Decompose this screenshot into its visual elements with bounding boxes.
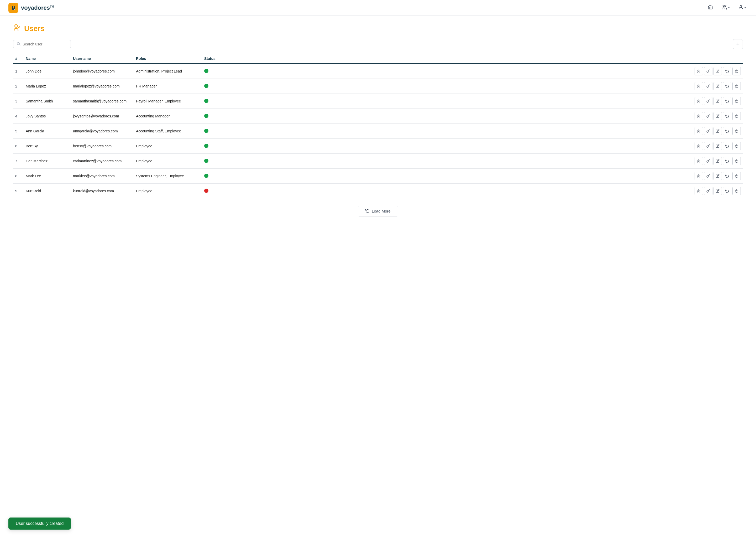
add-user-button[interactable]: + xyxy=(733,39,743,49)
edit-button[interactable] xyxy=(714,142,722,150)
cell-username: marklee@voyadores.com xyxy=(71,169,134,184)
reset-button[interactable] xyxy=(723,157,731,165)
manage-roles-button[interactable] xyxy=(694,142,703,150)
action-buttons xyxy=(230,82,741,90)
edit-button[interactable] xyxy=(714,67,722,76)
manage-roles-button[interactable] xyxy=(694,97,703,105)
power-button[interactable] xyxy=(732,67,741,76)
profile-button[interactable]: ▾ xyxy=(736,3,748,12)
svg-point-36 xyxy=(698,145,699,146)
cell-name: John Doe xyxy=(24,64,71,79)
cell-actions xyxy=(228,169,743,184)
reset-button[interactable] xyxy=(723,67,731,76)
cell-status xyxy=(202,169,228,184)
key-button[interactable] xyxy=(704,187,712,195)
action-buttons xyxy=(230,187,741,195)
cell-num: 4 xyxy=(13,109,24,124)
status-dot xyxy=(204,188,209,193)
key-button[interactable] xyxy=(704,82,712,90)
reset-button[interactable] xyxy=(723,142,731,150)
cell-name: Ann Garcia xyxy=(24,124,71,139)
edit-button[interactable] xyxy=(714,127,722,135)
svg-line-10 xyxy=(19,44,20,45)
status-dot xyxy=(204,129,209,133)
key-button[interactable] xyxy=(704,112,712,120)
manage-roles-button[interactable] xyxy=(694,67,703,76)
manage-roles-button[interactable] xyxy=(694,187,703,195)
power-button[interactable] xyxy=(732,112,741,120)
manage-roles-button[interactable] xyxy=(694,157,703,165)
power-button[interactable] xyxy=(732,157,741,165)
cell-name: Maria Lopez xyxy=(24,79,71,94)
refresh-icon xyxy=(365,209,370,214)
svg-point-5 xyxy=(723,5,725,7)
col-header-status: Status xyxy=(202,54,228,64)
manage-roles-button[interactable] xyxy=(694,82,703,90)
power-button[interactable] xyxy=(732,187,741,195)
reset-button[interactable] xyxy=(723,127,731,135)
key-button[interactable] xyxy=(704,127,712,135)
cell-actions xyxy=(228,184,743,198)
search-input[interactable] xyxy=(23,42,68,46)
page-title: Users xyxy=(24,25,45,33)
power-button[interactable] xyxy=(732,142,741,150)
team-icon xyxy=(721,4,727,11)
reset-button[interactable] xyxy=(723,112,731,120)
cell-actions xyxy=(228,79,743,94)
header: voyadoresTM ▾ xyxy=(0,0,756,16)
cell-name: Kurt Reid xyxy=(24,184,71,198)
svg-point-21 xyxy=(698,100,699,101)
manage-roles-button[interactable] xyxy=(694,127,703,135)
team-button[interactable]: ▾ xyxy=(720,3,731,12)
cell-actions xyxy=(228,109,743,124)
edit-button[interactable] xyxy=(714,187,722,195)
svg-point-0 xyxy=(10,4,17,11)
reset-button[interactable] xyxy=(723,82,731,90)
key-button[interactable] xyxy=(704,172,712,180)
power-button[interactable] xyxy=(732,82,741,90)
load-more-row: Load More xyxy=(13,206,743,216)
table-body: 1 John Doe johndoe@voyadores.com Adminis… xyxy=(13,64,743,198)
edit-button[interactable] xyxy=(714,97,722,105)
reset-button[interactable] xyxy=(723,172,731,180)
manage-roles-button[interactable] xyxy=(694,112,703,120)
action-buttons xyxy=(230,97,741,105)
edit-button[interactable] xyxy=(714,172,722,180)
svg-point-16 xyxy=(698,85,699,86)
cell-status xyxy=(202,154,228,169)
key-button[interactable] xyxy=(704,142,712,150)
table-row: 9 Kurt Reid kurtreid@voyadores.com Emplo… xyxy=(13,184,743,198)
power-button[interactable] xyxy=(732,172,741,180)
cell-roles: HR Manager xyxy=(134,79,202,94)
col-header-name: Name xyxy=(24,54,71,64)
cell-username: samanthasmith@voyadores.com xyxy=(71,94,134,109)
svg-point-8 xyxy=(15,25,17,27)
edit-button[interactable] xyxy=(714,157,722,165)
reset-button[interactable] xyxy=(723,97,731,105)
cell-roles: Employee xyxy=(134,184,202,198)
load-more-button[interactable]: Load More xyxy=(358,206,398,216)
edit-button[interactable] xyxy=(714,112,722,120)
col-header-num: # xyxy=(13,54,24,64)
page-title-icon xyxy=(13,24,21,33)
key-button[interactable] xyxy=(704,157,712,165)
cell-num: 2 xyxy=(13,79,24,94)
cell-name: Samantha Smith xyxy=(24,94,71,109)
key-button[interactable] xyxy=(704,97,712,105)
manage-roles-button[interactable] xyxy=(694,172,703,180)
cell-name: Carl Martinez xyxy=(24,154,71,169)
key-button[interactable] xyxy=(704,67,712,76)
search-box xyxy=(13,40,71,48)
table-row: 2 Maria Lopez marialopez@voyadores.com H… xyxy=(13,79,743,94)
edit-button[interactable] xyxy=(714,82,722,90)
search-icon xyxy=(17,42,21,46)
power-button[interactable] xyxy=(732,97,741,105)
reset-button[interactable] xyxy=(723,187,731,195)
home-button[interactable] xyxy=(706,3,715,12)
cell-num: 5 xyxy=(13,124,24,139)
power-button[interactable] xyxy=(732,127,741,135)
table-row: 6 Bert Sy bertsy@voyadores.com Employee xyxy=(13,139,743,154)
status-dot xyxy=(204,174,209,178)
cell-num: 3 xyxy=(13,94,24,109)
cell-username: carlmartinez@voyadores.com xyxy=(71,154,134,169)
